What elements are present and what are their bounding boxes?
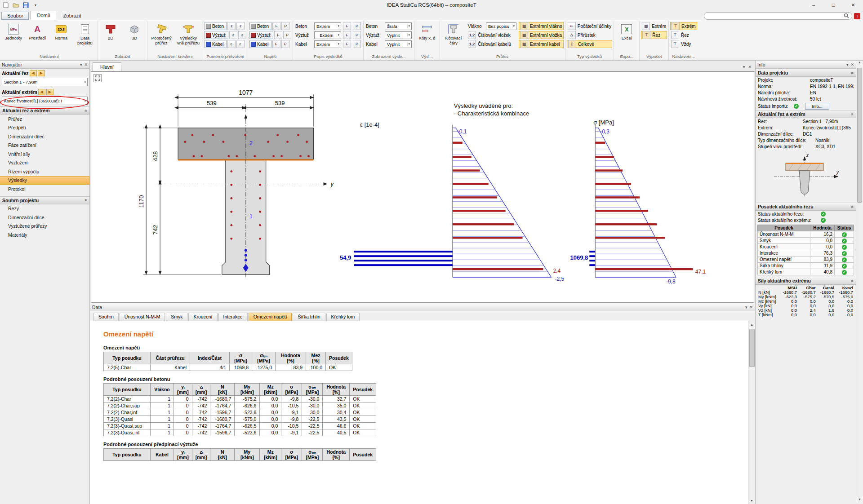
labels-concrete-dropdown[interactable]: Extrém▾	[314, 22, 341, 30]
data-collapse-icon[interactable]: ▾	[745, 305, 747, 309]
sidebar-item-vyztuzene-prurezy[interactable]: Vyztužené průřezy	[0, 222, 89, 231]
drawing-canvas[interactable]: 1077 539 539 1170 428 742 y	[91, 71, 754, 303]
labels-concrete-p-icon[interactable]: P	[353, 22, 361, 30]
section-summary-header[interactable]: Souhrn projektu »	[0, 196, 89, 204]
current-extreme-dropdown[interactable]: Konec životnosti[L] (36500,0d): I▾	[2, 97, 88, 105]
scroll-up-icon[interactable]: ▲	[750, 321, 753, 328]
sidebar-item-prurez[interactable]: Průřez	[0, 115, 89, 124]
panel-close-icon[interactable]: ✕	[84, 62, 88, 67]
next-section-button[interactable]: ▶	[38, 70, 45, 76]
tab-domu[interactable]: Domů	[30, 11, 57, 20]
strain-rebar-plane-icon[interactable]: ε	[238, 31, 246, 39]
stress-tendon-f-icon[interactable]: F	[272, 40, 280, 48]
stress-f-icon[interactable]: F	[272, 22, 280, 30]
strain-tendon-diagram-icon[interactable]: ε	[227, 40, 236, 48]
display-concrete-dropdown[interactable]: Šrafa▾	[385, 22, 412, 30]
scroll-down-icon[interactable]: ▼	[750, 497, 753, 504]
strain-plane-icon[interactable]: ε	[236, 22, 245, 30]
stress-rebar-p-icon[interactable]: P	[283, 31, 291, 39]
labels-tendon-f-icon[interactable]: F	[343, 40, 351, 48]
help-icon[interactable]: !	[854, 13, 860, 19]
prev-extreme-button[interactable]: ◀	[38, 89, 45, 95]
section-current-header[interactable]: Aktuální řez a extrém »	[0, 106, 89, 115]
dimensions-xd-button[interactable]: Kóty x, d	[416, 22, 438, 42]
zoom-fit-button[interactable]	[93, 74, 102, 82]
search-input[interactable]	[707, 13, 844, 18]
labels-concrete-f-icon[interactable]: F	[343, 22, 351, 30]
labels-tendon-dropdown[interactable]: Extrém▾	[314, 40, 341, 48]
strain-rebar-toggle[interactable]: Výztuž	[205, 31, 228, 39]
strain-concrete-toggle[interactable]: Beton	[205, 22, 227, 30]
settings-always-toggle[interactable]: ⊤ Vždy	[670, 40, 697, 48]
tab-unosnost[interactable]: Únosnost N-M-M	[120, 313, 165, 321]
strain-rebar-diagram-icon[interactable]: ε	[229, 31, 237, 39]
data-close-icon[interactable]: ✕	[749, 305, 753, 309]
tab-interakce[interactable]: Interakce	[218, 313, 248, 321]
view-2d-button[interactable]: 2D	[99, 22, 122, 42]
dimension-lines-button[interactable]: Kótovací čáry	[441, 22, 466, 47]
extreme-fiber-toggle[interactable]: ▦ Extrémní vlákno	[519, 22, 564, 30]
save-icon[interactable]	[22, 1, 30, 9]
tab-krouceni[interactable]: Kroucení	[188, 313, 217, 321]
sidebar-item-rezy[interactable]: Řezy	[0, 204, 89, 213]
environment-button[interactable]: A Prostředí	[26, 22, 49, 42]
sidebar-item-dimenzacni-dilce[interactable]: Dimenzační dílce	[0, 213, 89, 222]
calc-section-button[interactable]: ⊤ Řez	[641, 31, 667, 39]
excel-export-button[interactable]: X Excel	[615, 22, 638, 42]
numbering-tendons-toggle[interactable]: 1,2 Číslování kabelů	[467, 40, 517, 48]
code-button[interactable]: 25.8 Norma	[50, 22, 72, 42]
open-file-icon[interactable]	[12, 1, 20, 9]
labels-rebar-dropdown[interactable]: Extrém▾	[314, 31, 341, 39]
extreme-tendon-toggle[interactable]: ▦ Extrémní kabel	[519, 40, 564, 48]
project-data-button[interactable]: Data projektu	[74, 22, 96, 47]
info-button[interactable]: Info...	[805, 103, 829, 110]
check-section-header[interactable]: Posudek aktuálního řezu »	[756, 203, 856, 211]
scroll-down-icon[interactable]: ▼	[858, 498, 861, 504]
info-scrollbar[interactable]: ▲ ▼	[856, 61, 863, 504]
tab-smyk[interactable]: Smyk	[166, 313, 187, 321]
initial-effects-toggle[interactable]: ⇤ Počáteční účinky	[567, 22, 613, 30]
sidebar-item-vnitrni-sily[interactable]: Vnitřní síly	[0, 150, 89, 159]
rotated-section-button[interactable]: Pootočený průřez	[149, 22, 174, 47]
tab-soubor[interactable]: Soubor	[1, 12, 29, 20]
data-scrollbar[interactable]: ▲ ▼	[748, 321, 755, 504]
new-file-icon[interactable]	[2, 1, 10, 9]
increment-toggle[interactable]: Δ Přírůstek	[567, 31, 613, 39]
canvas-collapse-icon[interactable]: ▾	[743, 65, 745, 69]
sidebar-item-vyztuzeni[interactable]: Vyztužení	[0, 159, 89, 168]
sidebar-item-protokol[interactable]: Protokol	[0, 185, 89, 194]
current-section-dropdown[interactable]: Section 1 - 7,90m▾	[2, 78, 88, 86]
sidebar-item-predpeti[interactable]: Předpětí	[0, 124, 89, 133]
tab-omezeni-napeti[interactable]: Omezení napětí	[249, 313, 292, 321]
display-tendon-dropdown[interactable]: Vyplnit▾	[385, 40, 412, 48]
stress-rebar-toggle[interactable]: Výztuž	[249, 31, 273, 39]
sidebar-item-vysledky[interactable]: Výsledky	[0, 176, 89, 185]
stress-tendon-toggle[interactable]: Kabel	[249, 40, 271, 48]
stress-p-icon[interactable]: P	[281, 22, 289, 30]
scrollbar-thumb[interactable]	[857, 68, 862, 203]
tab-souhrn[interactable]: Souhrn	[93, 313, 119, 321]
view-3d-button[interactable]: 3D	[123, 22, 146, 42]
canvas-close-icon[interactable]: ✕	[748, 65, 752, 69]
tab-hlavni[interactable]: Hlavní	[93, 62, 121, 71]
forces-section-header[interactable]: Síly aktuálního extrému »	[756, 277, 856, 285]
prev-section-button[interactable]: ◀	[30, 70, 37, 76]
search-icon[interactable]	[844, 12, 849, 20]
stress-rebar-f-icon[interactable]: F	[274, 31, 282, 39]
strain-diagram-icon[interactable]: ε	[227, 22, 236, 30]
next-extreme-button[interactable]: ▶	[46, 89, 53, 95]
strain-tendon-toggle[interactable]: Kabel	[205, 40, 227, 48]
scrollbar-thumb[interactable]	[749, 329, 755, 367]
sidebar-item-materialy[interactable]: Materiály	[0, 230, 89, 239]
extreme-bar-toggle[interactable]: ▦ Extrémní vložka	[519, 31, 564, 39]
current-section-header[interactable]: Aktuální řez a extrém »	[756, 110, 856, 118]
panel-caret-icon[interactable]: ▾	[80, 62, 82, 67]
sidebar-item-dimenzacni-dilec[interactable]: Dimenzační dílec	[0, 132, 89, 141]
stress-concrete-toggle[interactable]: Beton	[249, 22, 271, 30]
tab-sirka-trhlin[interactable]: Šířka trhlin	[293, 313, 325, 321]
maximize-button[interactable]: □	[823, 0, 843, 10]
settings-extreme-toggle[interactable]: ⊤ Extrém	[670, 22, 697, 30]
close-button[interactable]: ✕	[843, 0, 863, 10]
display-rebar-dropdown[interactable]: Vyplnit▾	[385, 31, 412, 39]
results-outside-button[interactable]: Výsledky vně průřezu	[175, 22, 201, 47]
